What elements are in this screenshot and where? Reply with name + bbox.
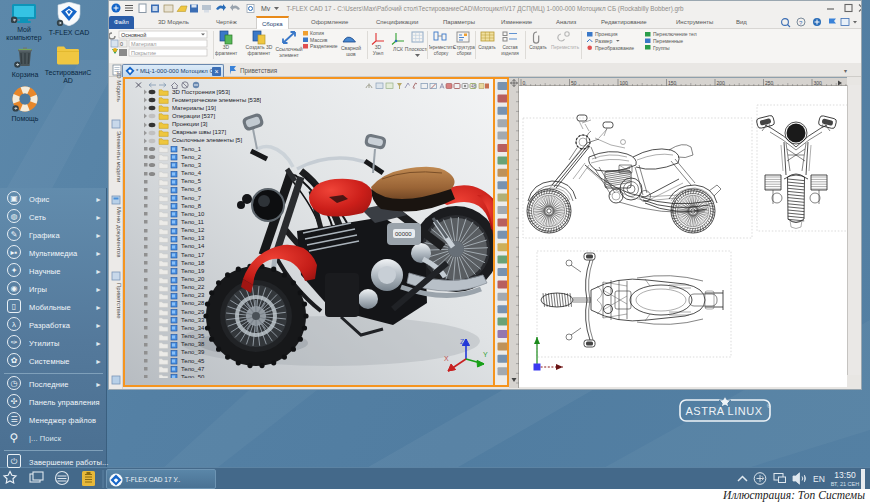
svg-text:фрагмент: фрагмент bbox=[215, 50, 238, 56]
svg-text:Основной: Основной bbox=[121, 32, 146, 38]
svg-text:Z: Z bbox=[460, 338, 465, 345]
svg-text:ASTRA LINUX: ASTRA LINUX bbox=[685, 405, 762, 417]
svg-text:сборку: сборку bbox=[434, 51, 449, 56]
svg-text:T-FLEX CAD 17 - C:\Users\Max\Р: T-FLEX CAD 17 - C:\Users\Max\Рабочий сто… bbox=[286, 5, 684, 13]
svg-text:Материал: Материал bbox=[131, 41, 157, 47]
svg-text:EN: EN bbox=[813, 474, 825, 484]
svg-text:150: 150 bbox=[668, 80, 677, 86]
svg-text:Переместить: Переместить bbox=[551, 45, 580, 50]
svg-text:48: 48 bbox=[471, 84, 477, 89]
svg-text:Узел: Узел bbox=[373, 50, 384, 56]
svg-text:Mv: Mv bbox=[261, 5, 271, 12]
svg-text:50: 50 bbox=[571, 80, 577, 86]
svg-text:0: 0 bbox=[120, 41, 123, 47]
svg-text:сборки: сборки bbox=[457, 51, 472, 56]
svg-text:Переключение тел: Переключение тел bbox=[653, 31, 697, 37]
svg-text:Размер: Размер bbox=[595, 38, 612, 44]
svg-text:Преобразование: Преобразование bbox=[595, 45, 634, 51]
svg-text:Создать: Создать bbox=[529, 45, 547, 50]
svg-text:Копия: Копия bbox=[310, 30, 324, 36]
svg-text:Состав: Состав bbox=[502, 45, 518, 50]
svg-text:шов: шов bbox=[346, 51, 356, 57]
svg-text:Покрытие: Покрытие bbox=[131, 50, 156, 56]
svg-text:ВТ, 21 СЕН: ВТ, 21 СЕН bbox=[831, 481, 859, 487]
svg-text:Структура: Структура bbox=[453, 45, 475, 50]
svg-text:300: 300 bbox=[814, 80, 823, 86]
svg-text:ЛСК: ЛСК bbox=[393, 46, 403, 52]
svg-text:Создать: Создать bbox=[478, 45, 496, 50]
svg-text:X: X bbox=[444, 355, 449, 362]
svg-text:Переменные: Переменные bbox=[653, 38, 683, 44]
svg-text:13:50: 13:50 bbox=[834, 470, 856, 480]
svg-text:Разделение: Разделение bbox=[310, 43, 338, 49]
svg-text:фрагмент: фрагмент bbox=[248, 50, 271, 56]
svg-text:Плоскость: Плоскость bbox=[405, 46, 427, 52]
svg-text:Проекция: Проекция bbox=[595, 31, 618, 37]
svg-text:100: 100 bbox=[620, 80, 629, 86]
svg-text:Группы: Группы bbox=[653, 45, 670, 51]
svg-text:Переместить: Переместить bbox=[429, 45, 456, 50]
svg-text:Y: Y bbox=[483, 351, 488, 358]
svg-text:Массив: Массив bbox=[310, 37, 328, 43]
svg-text:0: 0 bbox=[523, 80, 526, 86]
svg-text:элемент: элемент bbox=[279, 52, 299, 58]
svg-text:200: 200 bbox=[717, 80, 726, 86]
svg-text:изделия: изделия bbox=[501, 51, 519, 56]
svg-text:?: ? bbox=[799, 20, 803, 26]
svg-text:®: ® bbox=[767, 403, 771, 409]
svg-text:250: 250 bbox=[765, 80, 774, 86]
svg-text:00000: 00000 bbox=[395, 231, 412, 237]
